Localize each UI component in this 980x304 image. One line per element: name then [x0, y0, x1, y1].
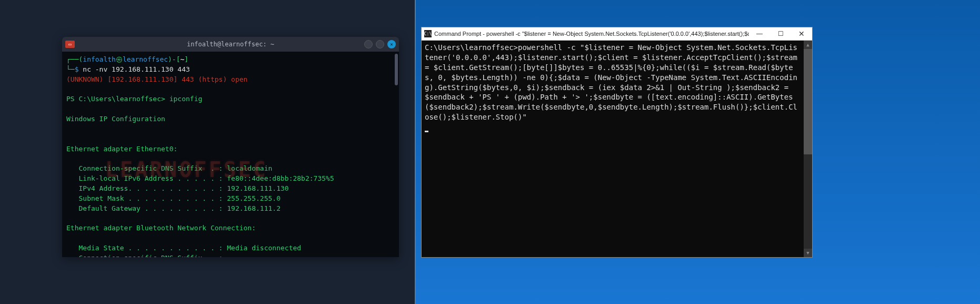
- blank5: [66, 214, 395, 224]
- close-button[interactable]: [387, 40, 396, 48]
- blank1: [66, 85, 395, 95]
- bt-media: Media State . . . . . . . . . . . : Medi…: [66, 243, 395, 253]
- scroll-up-arrow[interactable]: ▲: [804, 41, 812, 49]
- bt-header: Ethernet adapter Bluetooth Network Conne…: [66, 223, 395, 233]
- maximize-button[interactable]: [376, 40, 384, 48]
- cursor: [425, 131, 428, 132]
- scroll-down-arrow[interactable]: ▼: [804, 249, 812, 257]
- prompt-line-2: └─$ nc -nv 192.168.111.130 443: [66, 65, 395, 75]
- windows-cmd-window: C:\ Command Prompt - powershell -c "$lis…: [421, 27, 813, 258]
- blank4: [66, 154, 395, 164]
- scrollbar-thumb[interactable]: [395, 54, 398, 85]
- minimize-button[interactable]: —: [749, 27, 770, 41]
- scrollbar-thumb[interactable]: [804, 49, 812, 154]
- eth0-ipv4: IPv4 Address. . . . . . . . . . . : 192.…: [66, 184, 395, 194]
- windows-cmd-body[interactable]: ▲ ▼ C:\Users\learnoffsec>powershell -c "…: [422, 41, 812, 257]
- linux-window-title: infoalth@learnoffsec: ~: [187, 41, 274, 48]
- eth0-header: Ethernet adapter Ethernet0:: [66, 144, 395, 154]
- prompt-user: infoalth: [83, 55, 116, 63]
- close-button[interactable]: ✕: [791, 27, 812, 41]
- ipconfig-header: Windows IP Configuration: [66, 114, 395, 124]
- minimize-button[interactable]: [364, 40, 373, 48]
- blank6: [66, 233, 395, 243]
- prompt-host: learnoffsec: [123, 55, 168, 63]
- blank3b: [66, 134, 395, 144]
- powershell-command-text: C:\Users\learnoffsec>powershell -c "$lis…: [425, 43, 797, 121]
- cmd-app-icon: C:\: [424, 30, 432, 37]
- linux-window-controls: [364, 40, 396, 48]
- nc-output: (UNKNOWN) [192.168.111.130] 443 (https) …: [66, 75, 395, 85]
- cmd-output: C:\Users\learnoffsec>powershell -c "$lis…: [425, 43, 809, 132]
- prompt-line-1: ┌──(infoalth㉿learnoffsec)-[~]: [66, 55, 395, 65]
- linux-titlebar[interactable]: ▭ infoalth@learnoffsec: ~: [62, 37, 399, 52]
- terminal-app-icon: ▭: [65, 41, 75, 48]
- windows-desktop: C:\ Command Prompt - powershell -c "$lis…: [416, 0, 980, 304]
- maximize-button[interactable]: ☐: [770, 27, 791, 41]
- blank2: [66, 104, 395, 114]
- linux-desktop: ▭ infoalth@learnoffsec: ~ LEARNOFFSEC ┌─…: [0, 0, 416, 304]
- ps-prompt-ipconfig: PS C:\Users\learnoffsec> ipconfig: [66, 94, 395, 104]
- linux-terminal-body[interactable]: LEARNOFFSEC ┌──(infoalth㉿learnoffsec)-[~…: [62, 52, 399, 257]
- command-nc: nc -nv 192.168.111.130 443: [83, 65, 190, 73]
- blank3: [66, 124, 395, 134]
- linux-terminal-window: ▭ infoalth@learnoffsec: ~ LEARNOFFSEC ┌─…: [62, 37, 399, 257]
- eth0-gw: Default Gateway . . . . . . . . . : 192.…: [66, 204, 395, 214]
- windows-window-controls: — ☐ ✕: [749, 27, 812, 41]
- windows-window-title: Command Prompt - powershell -c "$listene…: [434, 31, 749, 37]
- eth0-mask: Subnet Mask . . . . . . . . . . . : 255.…: [66, 194, 395, 204]
- bt-dns: Connection-specific DNS Suffix . :: [66, 253, 395, 257]
- windows-titlebar[interactable]: C:\ Command Prompt - powershell -c "$lis…: [422, 27, 812, 41]
- eth0-dns: Connection-specific DNS Suffix . : local…: [66, 164, 395, 174]
- eth0-ipv6: Link-local IPv6 Address . . . . . : fe80…: [66, 174, 395, 184]
